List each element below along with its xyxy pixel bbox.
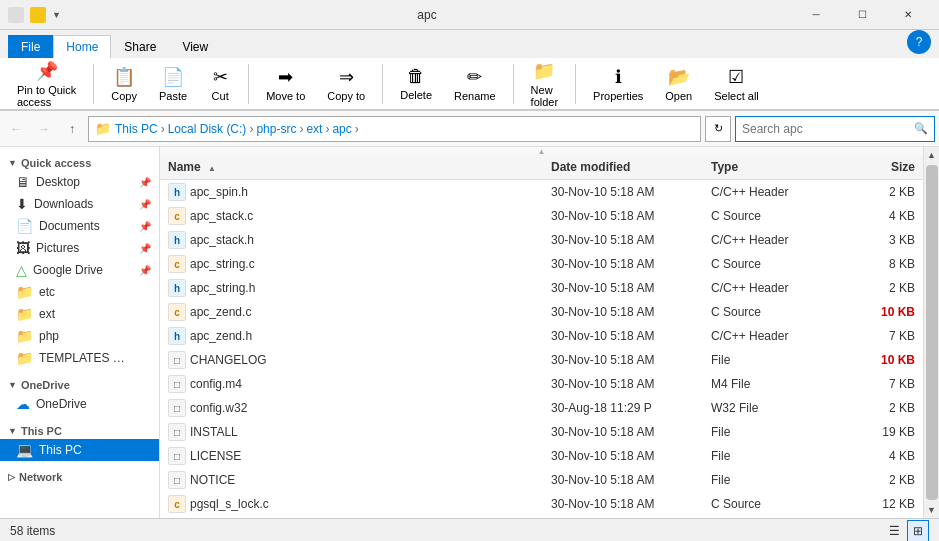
network-chevron: ▷ <box>8 472 15 482</box>
search-input[interactable] <box>742 122 914 136</box>
sidebar-group-quick-access[interactable]: ▼ Quick access <box>0 151 159 171</box>
this-pc-icon: 💻 <box>16 442 33 458</box>
table-row[interactable]: c apc_string.c 30-Nov-10 5:18 AM C Sourc… <box>160 252 923 276</box>
sidebar-item-pictures[interactable]: 🖼 Pictures 📌 <box>0 237 159 259</box>
sidebar-group-this-pc[interactable]: ▼ This PC <box>0 419 159 439</box>
copy-to-button[interactable]: ⇒ Copy to <box>318 61 374 107</box>
back-button[interactable]: ← <box>4 117 28 141</box>
table-row[interactable]: c apc_zend.c 30-Nov-10 5:18 AM C Source … <box>160 300 923 324</box>
sidebar-item-ext[interactable]: 📁 ext <box>0 303 159 325</box>
up-button[interactable]: ↑ <box>60 117 84 141</box>
file-size: 10 KB <box>843 351 923 369</box>
this-pc-chevron: ▼ <box>8 426 17 436</box>
table-row[interactable]: □ config.m4 30-Nov-10 5:18 AM M4 File 7 … <box>160 372 923 396</box>
sidebar-item-onedrive[interactable]: ☁ OneDrive <box>0 393 159 415</box>
file-type-label: File <box>703 423 843 441</box>
file-type-icon: □ <box>168 423 186 441</box>
header-type[interactable]: Type <box>703 157 843 177</box>
minimize-button[interactable]: ─ <box>793 0 839 30</box>
search-box[interactable]: 🔍 <box>735 116 935 142</box>
file-type-icon: c <box>168 207 186 225</box>
delete-button[interactable]: 🗑 Delete <box>391 61 441 106</box>
table-row[interactable]: h pgsql_s_lock.h 30-Nov-10 5:18 AM C/C++… <box>160 516 923 518</box>
file-type-label: File <box>703 351 843 369</box>
new-folder-button[interactable]: 📁 Newfolder <box>522 55 568 113</box>
sidebar-item-downloads[interactable]: ⬇ Downloads 📌 <box>0 193 159 215</box>
sidebar-item-google-drive[interactable]: △ Google Drive 📌 <box>0 259 159 281</box>
sidebar-item-php[interactable]: 📁 php <box>0 325 159 347</box>
sidebar-group-onedrive[interactable]: ▼ OneDrive <box>0 373 159 393</box>
pin-to-quick-access-button[interactable]: 📌 Pin to Quickaccess <box>8 55 85 113</box>
file-name: □ INSTALL <box>160 421 543 443</box>
large-icons-view-button[interactable]: ⊞ <box>907 520 929 542</box>
table-row[interactable]: □ LICENSE 30-Nov-10 5:18 AM File 4 KB <box>160 444 923 468</box>
file-name: □ CHANGELOG <box>160 349 543 371</box>
open-button[interactable]: 📂 Open <box>656 61 701 107</box>
breadcrumb-apc[interactable]: apc <box>332 122 351 136</box>
forward-button[interactable]: → <box>32 117 56 141</box>
breadcrumb-local-disk[interactable]: Local Disk (C:) <box>168 122 247 136</box>
window-controls: ─ ☐ ✕ <box>793 0 931 30</box>
paste-button[interactable]: 📄 Paste <box>150 61 196 107</box>
help-button[interactable]: ? <box>907 30 931 54</box>
table-row[interactable]: □ CHANGELOG 30-Nov-10 5:18 AM File 10 KB <box>160 348 923 372</box>
quick-access-label: Quick access <box>21 157 91 169</box>
tab-view[interactable]: View <box>169 35 221 58</box>
table-row[interactable]: □ INSTALL 30-Nov-10 5:18 AM File 19 KB <box>160 420 923 444</box>
breadcrumb-php-src[interactable]: php-src <box>256 122 296 136</box>
table-row[interactable]: h apc_stack.h 30-Nov-10 5:18 AM C/C++ He… <box>160 228 923 252</box>
sidebar-item-templates[interactable]: 📁 TEMPLATES SCREE <box>0 347 159 369</box>
file-size: 2 KB <box>843 183 923 201</box>
file-type-icon: □ <box>168 351 186 369</box>
table-row[interactable]: h apc_spin.h 30-Nov-10 5:18 AM C/C++ Hea… <box>160 180 923 204</box>
header-date[interactable]: Date modified <box>543 157 703 177</box>
file-size: 19 KB <box>843 423 923 441</box>
copy-button[interactable]: 📋 Copy <box>102 61 146 107</box>
onedrive-label: OneDrive <box>21 379 70 391</box>
file-size: 7 KB <box>843 327 923 345</box>
address-bar[interactable]: 📁 This PC › Local Disk (C:) › php-src › … <box>88 116 701 142</box>
breadcrumb-ext[interactable]: ext <box>306 122 322 136</box>
sidebar-item-etc[interactable]: 📁 etc <box>0 281 159 303</box>
file-type-label: M4 File <box>703 375 843 393</box>
new-folder-icon: 📁 <box>533 60 555 82</box>
header-name[interactable]: Name ▲ <box>160 157 543 177</box>
file-date: 30-Nov-10 5:18 AM <box>543 447 703 465</box>
table-row[interactable]: h apc_zend.h 30-Nov-10 5:18 AM C/C++ Hea… <box>160 324 923 348</box>
this-pc-label: This PC <box>21 425 62 437</box>
details-view-button[interactable]: ☰ <box>883 520 905 542</box>
scrollbar-thumb[interactable] <box>926 165 938 500</box>
table-row[interactable]: h apc_string.h 30-Nov-10 5:18 AM C/C++ H… <box>160 276 923 300</box>
header-size[interactable]: Size <box>843 157 923 177</box>
select-all-button[interactable]: ☑ Select all <box>705 61 768 107</box>
rename-button[interactable]: ✏ Rename <box>445 61 505 107</box>
move-to-button[interactable]: ➡ Move to <box>257 61 314 107</box>
file-date: 30-Nov-10 5:18 AM <box>543 423 703 441</box>
sidebar-group-network[interactable]: ▷ Network <box>0 465 159 485</box>
refresh-button[interactable]: ↻ <box>705 116 731 142</box>
ribbon-separator-5 <box>575 64 576 104</box>
sidebar-item-documents[interactable]: 📄 Documents 📌 <box>0 215 159 237</box>
dropdown-arrow-title[interactable]: ▼ <box>52 10 61 20</box>
ribbon-separator-3 <box>382 64 383 104</box>
table-row[interactable]: c apc_stack.c 30-Nov-10 5:18 AM C Source… <box>160 204 923 228</box>
scroll-down-button[interactable]: ▼ <box>924 502 940 518</box>
file-type-label: C/C++ Header <box>703 327 843 345</box>
table-row[interactable]: c pgsql_s_lock.c 30-Nov-10 5:18 AM C Sou… <box>160 492 923 516</box>
file-type-label: C Source <box>703 207 843 225</box>
address-folder-icon: 📁 <box>95 121 111 136</box>
tab-share[interactable]: Share <box>111 35 169 58</box>
table-row[interactable]: □ config.w32 30-Aug-18 11:29 P W32 File … <box>160 396 923 420</box>
close-button[interactable]: ✕ <box>885 0 931 30</box>
file-date: 30-Nov-10 5:18 AM <box>543 255 703 273</box>
sidebar-item-this-pc[interactable]: 💻 This PC <box>0 439 159 461</box>
file-size: 2 KB <box>843 279 923 297</box>
properties-button[interactable]: ℹ Properties <box>584 61 652 107</box>
breadcrumb-this-pc[interactable]: This PC <box>115 122 158 136</box>
cut-button[interactable]: ✂ Cut <box>200 61 240 107</box>
scroll-up-button[interactable]: ▲ <box>924 147 940 163</box>
view-controls: ☰ ⊞ <box>883 520 929 542</box>
sidebar-item-desktop[interactable]: 🖥 Desktop 📌 <box>0 171 159 193</box>
maximize-button[interactable]: ☐ <box>839 0 885 30</box>
table-row[interactable]: □ NOTICE 30-Nov-10 5:18 AM File 2 KB <box>160 468 923 492</box>
